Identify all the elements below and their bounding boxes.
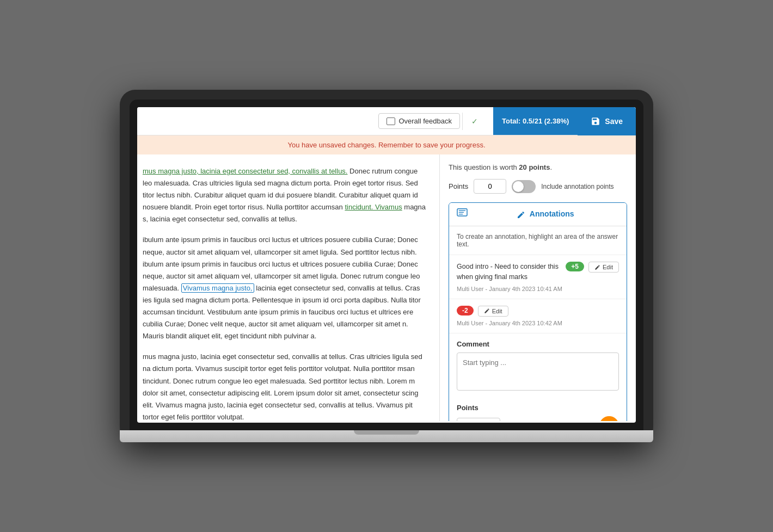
add-icon: + (606, 420, 612, 421)
annotation-2-header: -2 Edit (457, 306, 619, 317)
main-content: mus magna justo, lacinia eget consectetu… (137, 154, 636, 421)
points-bottom-row: + (457, 416, 619, 422)
include-annotation-label: Include annotation points (541, 183, 614, 190)
checkmark-icon: ✓ (471, 117, 478, 126)
comment-icon (387, 117, 395, 125)
annotation-2-edit-label: Edit (492, 308, 502, 314)
laptop-base (120, 430, 653, 442)
toolbar: Overall feedback ✓ Total: 0.5/21 (2.38%) (137, 107, 636, 135)
points-bottom-input[interactable] (457, 418, 500, 421)
add-points-button[interactable]: + (599, 416, 619, 422)
annotation-1-meta: Multi User - January 4th 2023 10:41 AM (457, 286, 619, 292)
unsaved-message: You have unsaved changes. Remember to sa… (287, 141, 485, 149)
total-badge: Total: 0.5/21 (2.38%) (493, 107, 578, 135)
annotation-2-edit-button[interactable]: Edit (478, 306, 508, 317)
annotation-item-1: Good intro - Need to consider this when … (449, 255, 627, 299)
unsaved-banner: You have unsaved changes. Remember to sa… (137, 135, 636, 154)
overall-feedback-label: Overall feedback (398, 117, 452, 125)
annotation-2-badge: -2 (457, 306, 474, 316)
annotation-helper: To create an annotation, highlight an ar… (449, 226, 627, 255)
points-input[interactable] (474, 179, 506, 194)
annotations-header: Annotations (449, 203, 627, 226)
toggle-thumb (513, 181, 524, 192)
toggle-switch[interactable] (512, 180, 536, 193)
annotations-panel: This question is worth 20 points. Points… (440, 154, 636, 421)
highlight-green-2: tincidunt. Vivamus (345, 203, 402, 211)
annotation-1-edit-label: Edit (603, 264, 613, 270)
answer-para-2: ibulum ante ipsum primis in faucibus orc… (143, 234, 428, 342)
annotations-section-title: Annotations (530, 209, 574, 218)
annotations-title: Annotations (472, 209, 619, 219)
points-worth-value: 20 points (519, 163, 550, 171)
toolbar-divider (462, 113, 463, 130)
annotations-section: Annotations To create an annotation, hig… (449, 202, 627, 421)
points-label: Points (449, 182, 468, 190)
save-button[interactable]: Save (578, 107, 636, 135)
checkmark-area: ✓ (465, 117, 487, 126)
points-section-label: Points (457, 404, 619, 412)
answer-panel: mus magna justo, lacinia eget consectetu… (137, 154, 440, 421)
answer-para-1: mus magna justo, lacinia eget consectetu… (143, 165, 428, 225)
total-label: Total: 0.5/21 (2.38%) (502, 117, 569, 125)
edit-icon-1 (594, 264, 600, 270)
answer-para-3: mus magna justo, lacinia eget consectetu… (143, 351, 428, 421)
save-icon (591, 116, 600, 126)
highlight-green-1: mus magna justo, lacinia eget consectetu… (143, 167, 347, 175)
overall-feedback-button[interactable]: Overall feedback (378, 113, 460, 129)
save-label: Save (605, 117, 623, 126)
laptop-base-notch (354, 430, 419, 435)
points-row: Points Include annotation points (449, 179, 627, 194)
annotations-icon (457, 208, 468, 220)
comment-textarea[interactable] (457, 352, 619, 391)
annotation-1-text: Good intro - Need to consider this when … (457, 262, 561, 282)
annotation-helper-text: To create an annotation, highlight an ar… (457, 233, 618, 248)
comment-label: Comment (457, 340, 619, 348)
annotation-item-2: -2 Edit Multi User - January 4th 2023 10… (449, 299, 627, 333)
annotation-2-meta: Multi User - January 4th 2023 10:42 AM (457, 320, 619, 326)
comment-section: Comment (449, 333, 627, 399)
points-worth: This question is worth 20 points. (449, 163, 627, 171)
annotation-1-badge: +5 (566, 262, 584, 271)
annotation-1-header: Good intro - Need to consider this when … (457, 262, 619, 282)
edit-icon-2 (484, 308, 490, 314)
annotation-1-edit-button[interactable]: Edit (588, 262, 619, 273)
toolbar-left: Overall feedback ✓ (137, 113, 493, 130)
highlight-boxed: Vivamus magna justo, (181, 283, 254, 293)
points-section: Points + (449, 399, 627, 422)
para3-text: mus magna justo, lacinia eget consectetu… (143, 352, 422, 420)
